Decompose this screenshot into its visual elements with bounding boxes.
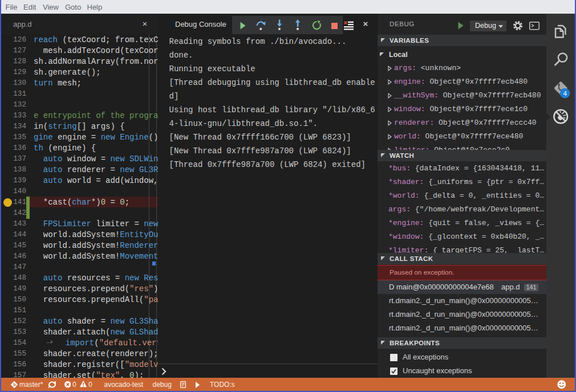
svg-text:4: 4	[563, 90, 567, 97]
